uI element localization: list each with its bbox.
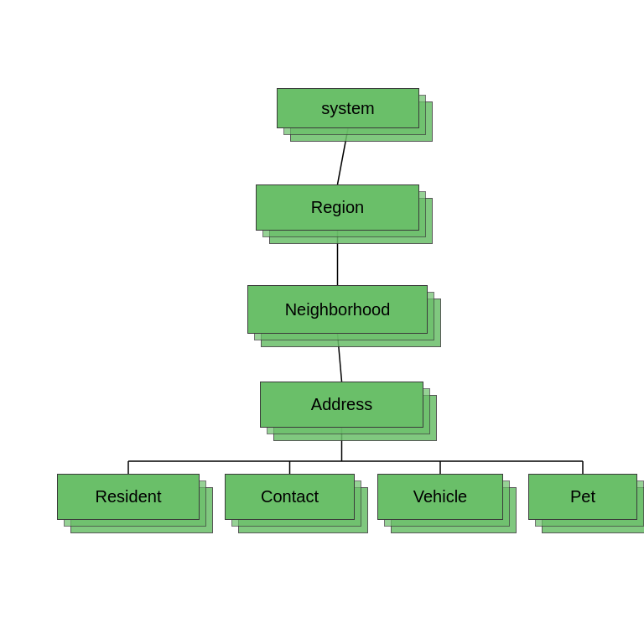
node-region[interactable]: Region — [256, 184, 419, 231]
node-wrap-region: Region — [256, 184, 433, 244]
node-pet[interactable]: Pet — [528, 474, 637, 520]
node-wrap-address: Address — [260, 382, 437, 441]
node-wrap-neighborhood: Neighborhood — [247, 285, 441, 347]
hierarchy-diagram: systemRegionNeighborhoodAddressResidentC… — [0, 0, 644, 644]
node-neighborhood[interactable]: Neighborhood — [247, 285, 428, 334]
node-system[interactable]: system — [277, 88, 419, 128]
node-wrap-contact: Contact — [225, 474, 368, 533]
node-address[interactable]: Address — [260, 382, 423, 428]
node-vehicle[interactable]: Vehicle — [377, 474, 503, 520]
node-resident[interactable]: Resident — [57, 474, 200, 520]
node-wrap-vehicle: Vehicle — [377, 474, 517, 533]
node-wrap-pet: Pet — [528, 474, 644, 533]
node-wrap-system: system — [277, 88, 433, 142]
node-wrap-resident: Resident — [57, 474, 213, 533]
node-contact[interactable]: Contact — [225, 474, 355, 520]
